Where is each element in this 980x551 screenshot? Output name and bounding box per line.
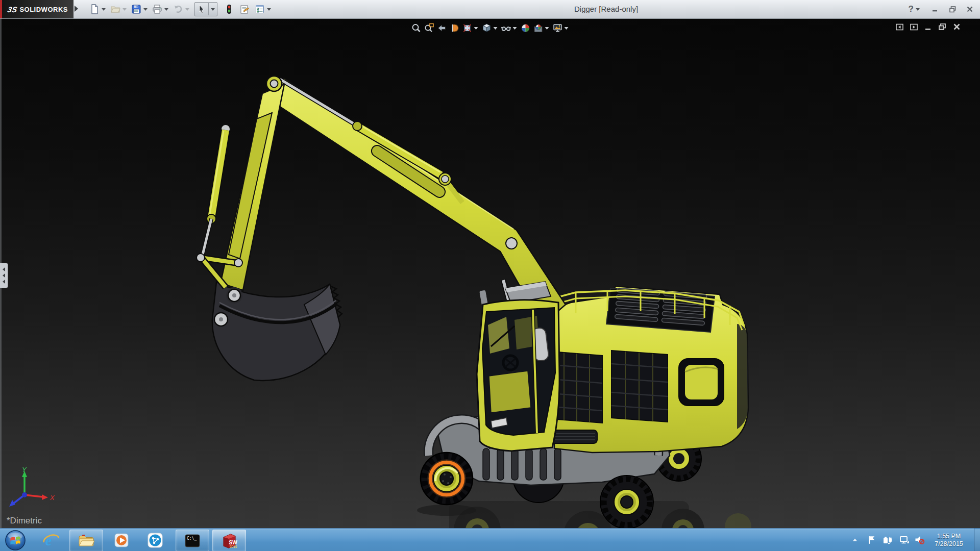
screen: 3S SOLIDWORKS [0,0,980,551]
app-window-controls: ? [909,0,975,18]
file-properties-icon [239,4,250,14]
taskbar-command-prompt[interactable]: C:\_ [176,530,209,551]
reference-triad: Y X [4,467,60,518]
svg-text:C:\_: C:\_ [187,536,197,541]
options-button[interactable] [253,3,266,15]
restore-icon [949,6,957,13]
titlebar[interactable]: 3S SOLIDWORKS [0,0,980,19]
start-button[interactable] [3,530,28,550]
undo-icon [173,4,183,14]
excavator-model[interactable] [0,19,980,528]
triad-x-label: X [50,494,55,502]
new-document-dropdown[interactable] [102,8,106,11]
dipper-arm[interactable] [220,76,284,290]
show-desktop-button[interactable] [974,529,980,551]
file-properties-button[interactable] [238,3,251,15]
power-tray-button[interactable] [882,534,893,545]
show-hidden-icons-button[interactable] [849,534,861,545]
select-cursor-icon [197,5,206,14]
internet-explorer-icon: e [42,531,60,549]
communicator-app-icon [146,531,164,549]
tray-date: 7/28/2015 [927,540,971,547]
taskbar-media-player[interactable] [110,530,133,550]
graphics-viewport[interactable]: Y X *Dimetric [0,19,980,528]
minimize-button[interactable] [930,4,940,14]
solidworks-2015-icon: SW 2015 [219,531,239,550]
command-prompt-icon: C:\_ [183,532,202,549]
rear-wheel[interactable] [600,475,653,528]
select-tool-group [194,2,217,16]
tray-clock[interactable]: 1:55 PM 7/28/2015 [927,529,971,551]
triad-y-label: Y [22,467,27,473]
options-dropdown[interactable] [267,8,271,11]
solidworks-wordmark: SOLIDWORKS [19,6,68,13]
front-left-wheel[interactable] [421,453,473,505]
print-dropdown[interactable] [164,8,168,11]
windows-explorer-icon [77,532,95,549]
save-floppy-icon [131,4,141,14]
power-plug-icon [882,534,893,545]
close-icon [966,6,973,13]
view-orientation-label: *Dimetric [7,516,42,526]
taskbar-communicator-app[interactable] [144,530,166,550]
undo-dropdown[interactable] [185,8,189,11]
standard-toolbar [88,3,274,16]
new-document-button[interactable] [88,3,101,15]
menu-flyout-arrow-icon[interactable] [75,6,78,12]
solidworks-logo: 3S SOLIDWORKS [2,0,74,18]
restore-button[interactable] [947,4,958,14]
volume-tray-button[interactable] [914,534,925,545]
open-button[interactable] [109,3,122,15]
help-button[interactable]: ? [909,4,923,14]
open-dropdown[interactable] [122,8,127,11]
taskbar: e [0,528,980,551]
rebuild-traffic-light-icon [224,4,234,14]
flag-icon [867,535,877,545]
save-dropdown[interactable] [143,8,148,11]
taskbar-solidworks[interactable]: SW 2015 [212,530,246,551]
svg-text:2015: 2015 [230,544,237,548]
options-icon [255,4,265,14]
undo-button[interactable] [172,3,185,15]
media-player-icon [112,531,131,549]
open-folder-icon [110,4,120,14]
print-icon [152,4,162,14]
select-dropdown[interactable] [211,8,215,11]
network-tray-button[interactable] [898,534,910,545]
help-dropdown[interactable] [916,8,920,11]
windows-start-icon [5,530,26,551]
volume-muted-icon [914,534,925,545]
window-title: Digger [Read-only] [574,0,638,18]
floor-reflection [417,501,751,528]
taskbar-windows-explorer[interactable] [69,530,103,551]
print-button[interactable] [151,3,164,15]
cab[interactable] [477,300,559,451]
new-document-icon [89,4,100,14]
action-center-button[interactable] [866,534,877,545]
minimize-icon [932,6,939,13]
network-icon [898,534,910,545]
select-button[interactable] [195,3,208,15]
tray-time: 1:55 PM [927,533,971,540]
close-button[interactable] [965,4,975,14]
3ds-logo-mark: 3S [7,5,18,14]
save-button[interactable] [130,3,143,15]
chevron-up-icon [850,535,860,544]
rebuild-button[interactable] [223,3,236,15]
taskbar-internet-explorer[interactable]: e [40,530,62,550]
